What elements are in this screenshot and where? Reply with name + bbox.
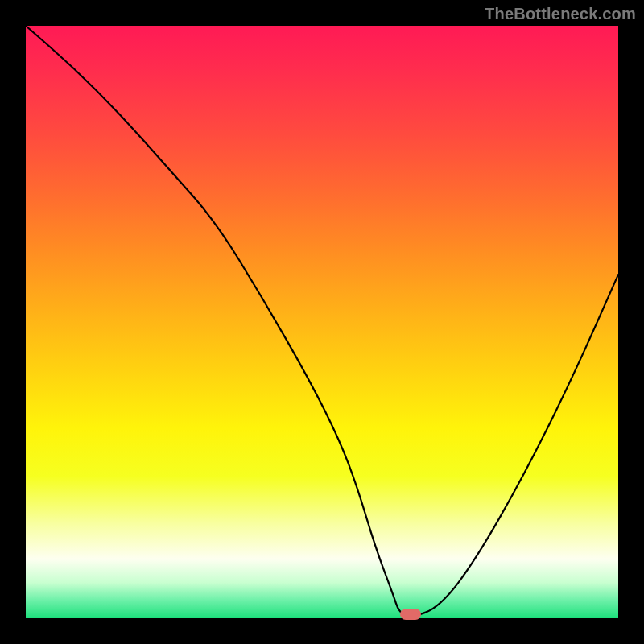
watermark-text: TheBottleneck.com xyxy=(485,5,636,23)
optimal-marker xyxy=(400,609,421,620)
chart-curve xyxy=(26,26,618,618)
bottleneck-curve-path xyxy=(26,26,618,617)
chart-frame: TheBottleneck.com xyxy=(0,0,644,644)
plot-area xyxy=(26,26,618,618)
